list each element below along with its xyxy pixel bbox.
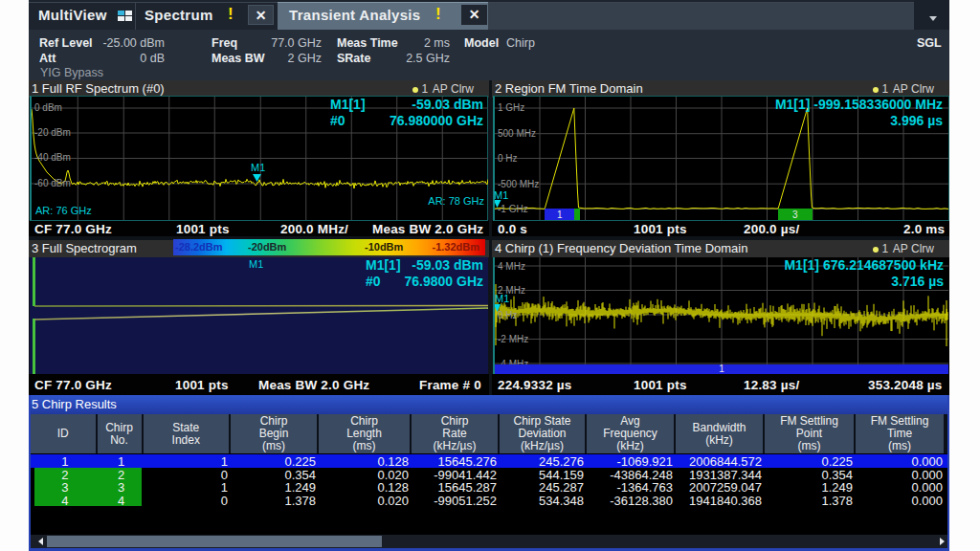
svg-text:3: 3 bbox=[792, 209, 798, 220]
svg-text:1: 1 bbox=[557, 209, 563, 220]
